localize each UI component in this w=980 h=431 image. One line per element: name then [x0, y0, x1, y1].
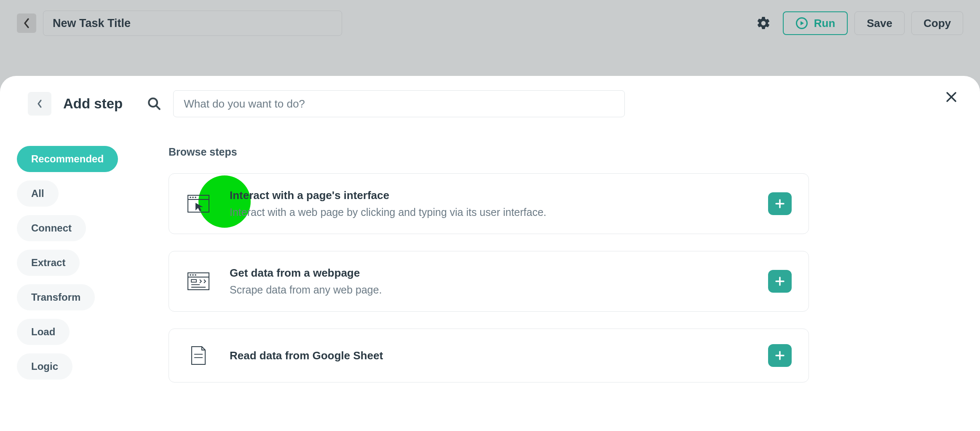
plus-icon [774, 276, 785, 287]
modal-header: Add step [28, 87, 963, 121]
top-toolbar: Run Save Copy [0, 0, 980, 46]
search-input[interactable] [173, 90, 625, 117]
category-transform[interactable]: Transform [17, 284, 95, 310]
add-step-button[interactable] [768, 192, 792, 215]
category-extract[interactable]: Extract [17, 250, 80, 276]
step-desc: Scrape data from any web page. [230, 284, 750, 296]
add-step-button[interactable] [768, 344, 792, 367]
file-sheet-icon [189, 345, 208, 366]
task-title-input[interactable] [43, 11, 342, 36]
chevron-left-icon [36, 99, 43, 109]
chevron-left-icon [23, 17, 30, 29]
svg-point-10 [192, 274, 194, 276]
category-connect[interactable]: Connect [17, 215, 86, 241]
step-title: Get data from a webpage [230, 267, 750, 280]
browser-pointer-icon [187, 194, 210, 214]
close-icon [945, 91, 958, 103]
step-title: Read data from Google Sheet [230, 349, 750, 362]
svg-point-5 [192, 197, 194, 198]
svg-rect-2 [188, 195, 209, 212]
category-recommended[interactable]: Recommended [17, 146, 118, 172]
step-texts: Interact with a page's interfaceInteract… [230, 189, 750, 218]
category-load[interactable]: Load [17, 319, 70, 345]
category-sidebar: RecommendedAllConnectExtractTransformLoa… [17, 146, 147, 399]
copy-button[interactable]: Copy [911, 11, 963, 35]
run-button[interactable]: Run [783, 11, 848, 35]
step-icon [186, 270, 211, 293]
svg-point-11 [195, 274, 196, 276]
save-button[interactable]: Save [854, 11, 905, 35]
plus-icon [774, 350, 785, 361]
plus-icon [774, 198, 785, 209]
category-all[interactable]: All [17, 180, 59, 207]
step-card[interactable]: Interact with a page's interfaceInteract… [169, 173, 809, 234]
step-desc: Interact with a web page by clicking and… [230, 206, 750, 218]
svg-point-6 [195, 197, 196, 198]
close-modal-button[interactable] [941, 87, 961, 107]
add-step-modal: Add step RecommendedAllConnectExtractTra… [0, 76, 980, 431]
settings-button[interactable] [751, 11, 776, 35]
search-icon [147, 97, 161, 111]
step-texts: Get data from a webpageScrape data from … [230, 267, 750, 296]
svg-point-9 [190, 274, 191, 276]
section-title: Browse steps [169, 146, 809, 158]
step-icon [186, 192, 211, 215]
browser-data-icon [187, 271, 210, 291]
step-browser: Browse steps Interact with a page's inte… [169, 146, 809, 399]
step-card[interactable]: Get data from a webpageScrape data from … [169, 251, 809, 312]
svg-rect-12 [191, 280, 196, 282]
svg-point-4 [190, 197, 191, 198]
step-title: Interact with a page's interface [230, 189, 750, 202]
gear-icon [756, 16, 771, 31]
add-step-button[interactable] [768, 270, 792, 293]
modal-title: Add step [63, 96, 123, 112]
step-card[interactable]: Read data from Google Sheet [169, 329, 809, 383]
back-button[interactable] [17, 13, 36, 33]
step-icon [186, 344, 211, 367]
modal-back-button[interactable] [28, 92, 51, 116]
step-texts: Read data from Google Sheet [230, 349, 750, 362]
run-label: Run [814, 17, 835, 30]
category-logic[interactable]: Logic [17, 353, 72, 380]
play-circle-icon [795, 17, 808, 30]
